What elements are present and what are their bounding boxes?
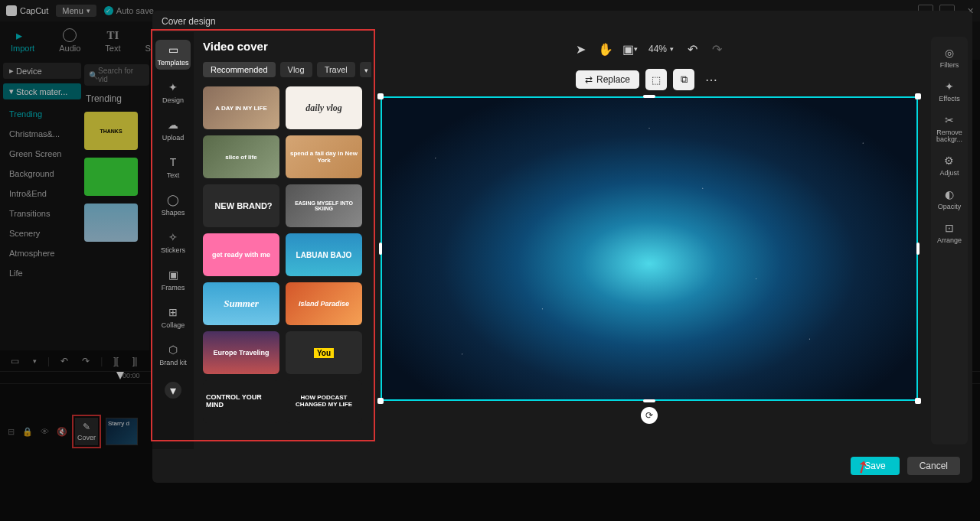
sidebar-templates[interactable]: ▭Templates (155, 40, 191, 70)
tab-more[interactable]: ▾ (360, 62, 371, 77)
template-item[interactable]: CONTROL YOUR MIND (203, 380, 279, 423)
tool-filters[interactable]: ◎Filters (940, 46, 959, 69)
shapes-icon: ◯ (166, 193, 180, 207)
tab-recommended[interactable]: Recommended (203, 62, 276, 77)
template-item[interactable]: HOW PODCAST CHANGED MY LIFE (286, 380, 362, 423)
undo-canvas-icon[interactable]: ↶ (681, 38, 703, 60)
cover-sidebar: ▭Templates ✦Design ☁Upload TText ◯Shapes… (152, 32, 194, 449)
save-button[interactable]: Save (851, 457, 899, 475)
sidebar-design[interactable]: ✦Design (155, 77, 191, 107)
resize-handle-bl[interactable] (377, 398, 384, 404)
tab-vlog[interactable]: Vlog (280, 62, 312, 77)
replace-button[interactable]: ⇄ Replace (576, 70, 639, 89)
templates-heading: Video cover (203, 40, 362, 53)
stickers-tool-icon: ✧ (166, 230, 180, 244)
frames-icon: ▣ (166, 268, 180, 282)
chevron-down-icon: ▾ (670, 45, 674, 53)
right-tools-sidebar: ◎Filters ✦Effects ✂Remove backgr... ⚙Adj… (931, 37, 968, 444)
arrange-icon: ⊡ (942, 221, 956, 235)
resize-handle-t[interactable] (643, 95, 655, 98)
resize-handle-l[interactable] (379, 243, 382, 255)
collage-icon: ⊞ (166, 305, 180, 319)
hand-tool-icon[interactable]: ✋ (595, 38, 616, 60)
duplicate-icon[interactable]: ⧉ (673, 69, 694, 90)
template-item[interactable]: You (286, 331, 362, 374)
crop-icon[interactable]: ⬚ (645, 69, 667, 90)
zoom-level[interactable]: 44% ▾ (648, 44, 674, 54)
rotate-handle-icon[interactable]: ⟳ (641, 407, 658, 424)
template-item[interactable]: Europe Traveling (203, 331, 279, 374)
template-item[interactable]: LABUAN BAJO (286, 233, 362, 276)
template-item[interactable]: Summer (203, 282, 279, 325)
canvas-area: ➤ ✋ ▣ ▾ 44% ▾ ↶ ↷ ⇄ Replace ⬚ ⧉ ⋯ (371, 32, 926, 449)
sidebar-brandkit[interactable]: ⬡Brand kit (155, 340, 191, 370)
tool-effects[interactable]: ✦Effects (939, 80, 959, 103)
modal-footer: ➚ Save Cancel (152, 449, 972, 483)
template-item[interactable]: spend a fall day in New York (286, 135, 362, 178)
text-tool-icon: T (166, 155, 180, 169)
effects-icon: ✦ (942, 80, 956, 93)
remove-bg-icon: ✂ (942, 113, 956, 127)
sidebar-stickers[interactable]: ✧Stickers (155, 227, 191, 257)
tool-arrange[interactable]: ⊡Arrange (937, 221, 962, 244)
selection-action-bar: ⇄ Replace ⬚ ⧉ ⋯ (371, 66, 926, 93)
sidebar-shapes[interactable]: ◯Shapes (155, 190, 191, 220)
template-item[interactable]: NEW BRAND? (203, 184, 279, 227)
tool-adjust[interactable]: ⚙Adjust (939, 154, 959, 177)
resize-handle-tr[interactable] (915, 93, 921, 99)
tab-travel[interactable]: Travel (317, 62, 355, 77)
opacity-icon: ◐ (942, 187, 956, 201)
filters-icon: ◎ (942, 46, 956, 60)
sidebar-text[interactable]: TText (155, 152, 191, 182)
sidebar-more-icon[interactable]: ▾ (165, 382, 181, 399)
cancel-button[interactable]: Cancel (907, 457, 960, 475)
resize-handle-br[interactable] (915, 398, 921, 404)
cursor-tool-icon[interactable]: ➤ (570, 38, 592, 60)
templates-icon: ▭ (166, 43, 180, 57)
brandkit-icon: ⬡ (166, 343, 180, 357)
chevron-down-icon: ▾ (364, 67, 368, 74)
resize-handle-r[interactable] (916, 243, 920, 255)
crop-tool-icon[interactable]: ▣ ▾ (619, 38, 641, 60)
template-item[interactable]: daily vlog (286, 86, 362, 129)
canvas-selection[interactable]: ⟳ (381, 96, 918, 401)
cover-image[interactable] (381, 96, 918, 401)
template-category-tabs: Recommended Vlog Travel ▾ (203, 62, 362, 77)
sidebar-frames[interactable]: ▣Frames (155, 265, 191, 295)
resize-handle-tl[interactable] (377, 93, 384, 99)
cover-design-modal: Cover design ▭Templates ✦Design ☁Upload … (152, 11, 972, 483)
sidebar-upload[interactable]: ☁Upload (155, 115, 191, 145)
design-icon: ✦ (166, 80, 180, 94)
sidebar-collage[interactable]: ⊞Collage (155, 302, 191, 332)
tool-remove-bg[interactable]: ✂Remove backgr... (931, 113, 968, 143)
more-actions-icon[interactable]: ⋯ (701, 69, 722, 90)
template-item[interactable]: slice of life (203, 135, 279, 178)
template-item[interactable]: get ready with me (203, 233, 279, 276)
modal-title: Cover design (152, 11, 972, 32)
canvas-stage[interactable]: ⟳ (371, 93, 926, 449)
upload-icon: ☁ (166, 118, 180, 132)
resize-handle-b[interactable] (643, 399, 655, 402)
tool-opacity[interactable]: ◐Opacity (938, 187, 962, 210)
template-item[interactable]: EASING MYSELF INTO SKIING (286, 184, 362, 227)
templates-panel: Video cover Recommended Vlog Travel ▾ A … (194, 32, 371, 449)
redo-canvas-icon[interactable]: ↷ (706, 38, 727, 60)
canvas-toolbar: ➤ ✋ ▣ ▾ 44% ▾ ↶ ↷ (371, 32, 926, 66)
template-item[interactable]: A DAY IN MY LIFE (203, 86, 279, 129)
templates-grid: A DAY IN MY LIFE daily vlog slice of lif… (203, 86, 362, 423)
adjust-icon: ⚙ (942, 154, 956, 168)
template-item[interactable]: Island Paradise (286, 282, 362, 325)
